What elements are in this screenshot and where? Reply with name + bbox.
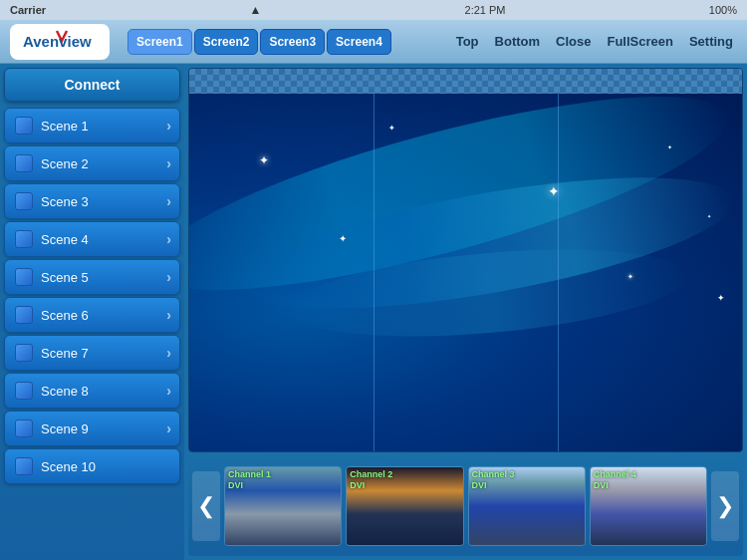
scene-item[interactable]: Scene 9 › xyxy=(4,411,180,446)
toolbar: Avenview Screen1 Screen2 Screen3 Screen4… xyxy=(0,20,747,64)
bottom-button[interactable]: Bottom xyxy=(491,32,545,51)
carrier-text: Carrier xyxy=(10,4,46,16)
top-button[interactable]: Top xyxy=(452,32,483,51)
channel-2-label: Channel 2DVI xyxy=(350,469,392,491)
scene-label: Scene 6 xyxy=(41,308,89,323)
next-arrow-button[interactable]: ❯ xyxy=(711,471,739,541)
scene-label: Scene 3 xyxy=(41,194,89,209)
chevron-icon: › xyxy=(166,269,171,285)
channel-3-thumb[interactable]: Channel 3DVI xyxy=(468,466,586,546)
scene-icon xyxy=(15,382,33,400)
tab-screen4[interactable]: Screen4 xyxy=(327,29,391,55)
close-button[interactable]: Close xyxy=(552,32,595,51)
scene-label: Scene 5 xyxy=(41,270,89,285)
wifi-icon: ▲ xyxy=(249,3,261,17)
scene-icon xyxy=(15,154,33,172)
scene-icon xyxy=(15,457,33,475)
scene-item[interactable]: Scene 10 xyxy=(4,448,180,484)
scene-icon xyxy=(15,192,33,210)
scene-icon xyxy=(15,344,33,362)
content-area: ✦ ✦ ✦ ✦ ✦ ✦ ✦ ✦ ❮ Channel 1DVI Channel xyxy=(184,64,747,560)
display-wallpaper: ✦ ✦ ✦ ✦ ✦ ✦ ✦ ✦ xyxy=(189,94,742,451)
channel-2-thumb[interactable]: Channel 2DVI xyxy=(346,466,463,546)
scene-item[interactable]: Scene 4 › xyxy=(4,221,180,257)
channel-1-label: Channel 1DVI xyxy=(228,469,271,491)
logo-text: Avenview xyxy=(15,25,105,58)
chevron-icon: › xyxy=(166,420,171,436)
status-bar: Carrier ▲ 2:21 PM 100% xyxy=(0,0,747,20)
scene-icon xyxy=(15,268,33,286)
channel-4-thumb[interactable]: Channel 4DVI xyxy=(590,466,707,546)
screen-divider xyxy=(558,94,559,451)
star-decoration: ✦ xyxy=(627,273,633,281)
scene-item[interactable]: Scene 1 › xyxy=(4,108,180,143)
battery-text: 100% xyxy=(709,4,737,16)
tab-screen3[interactable]: Screen3 xyxy=(260,29,325,55)
star-decoration: ✦ xyxy=(388,124,395,133)
scene-item[interactable]: Scene 7 › xyxy=(4,335,180,371)
tab-screen1[interactable]: Screen1 xyxy=(127,29,192,55)
time-display: 2:21 PM xyxy=(465,4,506,16)
screen-tabs: Screen1 Screen2 Screen3 Screen4 xyxy=(127,29,391,55)
channel-4-label: Channel 4DVI xyxy=(594,469,636,491)
sidebar: Connect Scene 1 › Scene 2 › Scene 3 › Sc… xyxy=(0,64,184,560)
channel-3-label: Channel 3DVI xyxy=(472,469,515,491)
display-area: ✦ ✦ ✦ ✦ ✦ ✦ ✦ ✦ xyxy=(188,68,743,452)
star-decoration: ✦ xyxy=(667,143,672,150)
chevron-icon: › xyxy=(166,345,171,361)
star-decoration: ✦ xyxy=(339,233,347,244)
main-layout: Connect Scene 1 › Scene 2 › Scene 3 › Sc… xyxy=(0,64,747,560)
scene-label: Scene 9 xyxy=(41,421,89,436)
star-decoration: ✦ xyxy=(707,213,711,219)
scene-item[interactable]: Scene 5 › xyxy=(4,259,180,295)
chevron-icon: › xyxy=(166,118,171,134)
chevron-icon: › xyxy=(166,383,171,399)
scene-item[interactable]: Scene 2 › xyxy=(4,145,180,181)
scene-label: Scene 8 xyxy=(41,384,89,399)
channel-strip: ❮ Channel 1DVI Channel 2DVI Channel 3DVI… xyxy=(188,456,743,556)
screen-divider xyxy=(374,94,374,451)
scene-icon xyxy=(15,230,33,248)
scene-icon xyxy=(15,306,33,324)
chevron-icon: › xyxy=(166,231,171,247)
logo: Avenview xyxy=(10,24,110,60)
scene-item[interactable]: Scene 8 › xyxy=(4,373,180,409)
scene-icon xyxy=(15,117,33,135)
tab-screen2[interactable]: Screen2 xyxy=(194,29,259,55)
scene-label: Scene 2 xyxy=(41,156,89,171)
chevron-icon: › xyxy=(166,307,171,323)
scene-icon xyxy=(15,420,33,437)
scene-label: Scene 7 xyxy=(41,346,89,361)
svg-text:Avenview: Avenview xyxy=(23,33,92,50)
scene-label: Scene 10 xyxy=(41,459,96,474)
star-decoration: ✦ xyxy=(717,293,725,303)
scene-label: Scene 1 xyxy=(41,119,89,134)
prev-arrow-button[interactable]: ❮ xyxy=(192,471,220,541)
fullscreen-button[interactable]: FullScreen xyxy=(603,32,676,51)
chevron-icon: › xyxy=(166,193,171,209)
scene-item[interactable]: Scene 3 › xyxy=(4,183,180,219)
channel-1-thumb[interactable]: Channel 1DVI xyxy=(224,466,342,546)
setting-button[interactable]: Setting xyxy=(685,32,737,51)
scene-item[interactable]: Scene 6 › xyxy=(4,297,180,333)
chevron-icon: › xyxy=(166,155,171,171)
scene-label: Scene 4 xyxy=(41,232,89,247)
star-decoration: ✦ xyxy=(259,153,269,167)
connect-button[interactable]: Connect xyxy=(4,68,180,102)
